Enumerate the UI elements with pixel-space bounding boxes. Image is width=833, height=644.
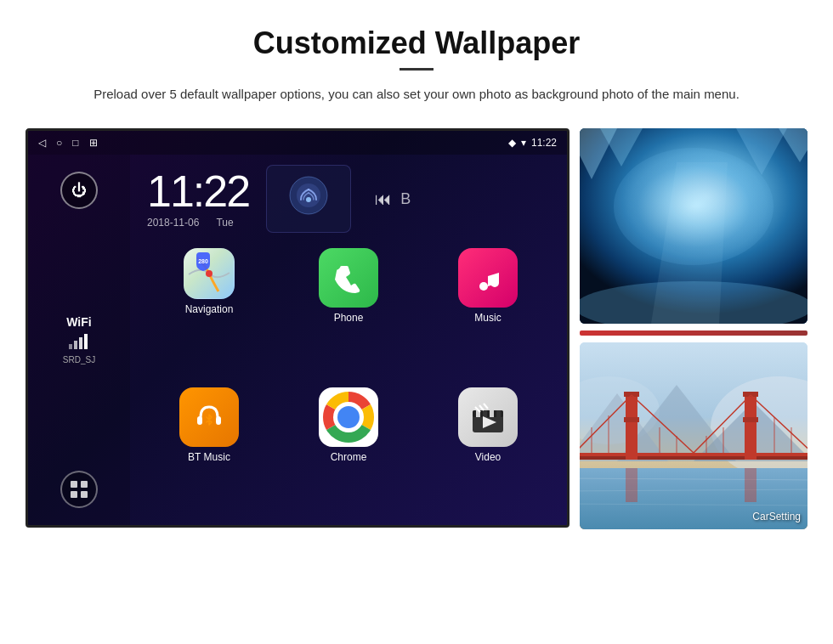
svg-point-9: [297, 184, 320, 207]
location-icon: ◆: [508, 137, 516, 149]
svg-rect-17: [216, 416, 221, 425]
screenshot-icon[interactable]: ⊞: [89, 137, 98, 149]
clock-date-value: 2018-11-06: [147, 217, 199, 229]
screen-body: ⏻ WiFi SRD_SJ: [28, 155, 567, 525]
app-chrome[interactable]: Chrome: [283, 387, 414, 518]
svg-rect-6: [71, 491, 77, 498]
svg-rect-5: [81, 481, 88, 488]
left-sidebar: ⏻ WiFi SRD_SJ: [28, 155, 130, 525]
power-button[interactable]: ⏻: [60, 172, 98, 209]
wifi-signal-icon: ▾: [521, 137, 526, 149]
phone-label: Phone: [334, 312, 364, 324]
app-phone[interactable]: Phone: [283, 248, 414, 379]
svg-rect-25: [496, 410, 501, 417]
navigation-icon: 280: [184, 248, 235, 299]
svg-text:280: 280: [198, 258, 208, 264]
clock-area: 11:22 2018-11-06 Tue: [130, 155, 567, 241]
bridge-scene-image: CarSetting: [580, 342, 808, 529]
wifi-ssid: SRD_SJ: [63, 355, 95, 364]
wifi-label: WiFi: [63, 315, 95, 329]
svg-rect-2: [79, 337, 82, 349]
svg-rect-49: [743, 392, 758, 397]
ice-cave-image: [580, 128, 808, 324]
svg-point-12: [206, 270, 212, 277]
app-video[interactable]: Video: [422, 387, 553, 518]
btmusic-label: BT Music: [188, 451, 230, 463]
recent-apps-icon[interactable]: □: [72, 137, 78, 149]
prev-track-button[interactable]: ⏮: [375, 189, 392, 209]
svg-point-10: [306, 197, 311, 202]
bluetooth-label: B: [400, 190, 411, 208]
wallpaper-bridge[interactable]: CarSetting: [580, 342, 808, 529]
carsetting-strip: [580, 330, 808, 336]
svg-rect-44: [580, 456, 808, 460]
media-widget: [266, 165, 351, 233]
app-music[interactable]: Music: [422, 248, 553, 379]
status-right-icons: ◆ ▾ 11:22: [508, 137, 557, 149]
page-description: Preload over 5 default wallpaper options…: [94, 84, 740, 105]
title-divider: [400, 68, 434, 71]
main-area: 11:22 2018-11-06 Tue: [130, 155, 567, 525]
main-content: ◁ ○ □ ⊞ ◆ ▾ 11:22 ⏻ WiFi: [26, 128, 808, 529]
chrome-label: Chrome: [331, 451, 367, 463]
btmusic-icon: [179, 387, 239, 447]
page-title: Customized Wallpaper: [253, 25, 581, 61]
svg-rect-45: [626, 393, 638, 460]
svg-rect-16: [197, 416, 202, 425]
navigation-label: Navigation: [185, 303, 234, 315]
svg-rect-46: [624, 392, 639, 397]
wallpaper-ice-cave[interactable]: [580, 128, 808, 324]
svg-rect-23: [483, 410, 487, 417]
media-controls: ⏮ B: [375, 189, 411, 209]
music-label: Music: [474, 312, 501, 324]
svg-rect-0: [69, 344, 72, 349]
svg-line-29: [484, 404, 488, 409]
clock-time: 11:22: [147, 169, 249, 213]
svg-rect-48: [745, 393, 756, 460]
svg-rect-7: [81, 491, 88, 498]
clock-date: 2018-11-06 Tue: [147, 217, 249, 229]
clock-block: 11:22 2018-11-06 Tue: [147, 169, 249, 229]
apps-grid: 280 Navigation Phone: [130, 241, 567, 525]
status-left-icons: ◁ ○ □ ⊞: [38, 137, 98, 149]
media-artwork-icon: [287, 174, 330, 224]
chrome-icon: [319, 387, 378, 447]
apps-drawer-button[interactable]: [60, 471, 98, 508]
back-icon[interactable]: ◁: [38, 137, 46, 149]
android-screen: ◁ ○ □ ⊞ ◆ ▾ 11:22 ⏻ WiFi: [26, 128, 570, 528]
music-icon: [458, 248, 518, 308]
app-btmusic[interactable]: BT Music: [144, 387, 275, 518]
phone-icon: [319, 248, 378, 308]
svg-rect-3: [84, 334, 88, 349]
status-bar: ◁ ○ □ ⊞ ◆ ▾ 11:22: [28, 131, 567, 155]
wallpaper-previews: CarSetting: [580, 128, 808, 529]
video-icon: [458, 387, 518, 447]
svg-rect-67: [626, 468, 638, 502]
video-label: Video: [475, 451, 501, 463]
status-time: 11:22: [531, 137, 557, 149]
wifi-info: WiFi SRD_SJ: [63, 315, 95, 364]
svg-rect-1: [74, 341, 77, 349]
svg-line-28: [479, 405, 484, 410]
svg-rect-47: [624, 417, 639, 422]
home-icon[interactable]: ○: [56, 137, 62, 149]
svg-point-31: [630, 154, 766, 256]
svg-rect-24: [490, 410, 494, 417]
svg-rect-50: [743, 417, 758, 422]
clock-day-value: Tue: [216, 217, 233, 229]
app-navigation[interactable]: 280 Navigation: [144, 248, 275, 379]
svg-point-14: [479, 282, 488, 291]
svg-point-19: [337, 406, 360, 428]
carsetting-label: CarSetting: [752, 511, 801, 523]
svg-rect-68: [745, 468, 756, 502]
wifi-bars-icon: [63, 332, 95, 352]
svg-rect-4: [71, 481, 77, 488]
